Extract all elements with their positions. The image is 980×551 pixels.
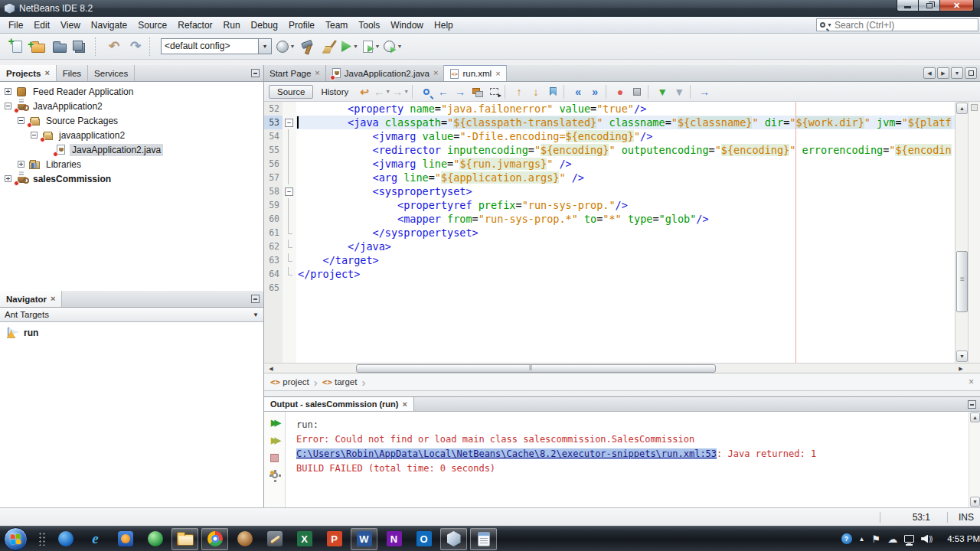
editor-tab-javaapplication2-java[interactable]: JavaApplication2.java× <box>326 65 445 81</box>
output-console[interactable]: run:Error: Could not find or load main c… <box>286 412 969 507</box>
editor-tab-run-xml[interactable]: run.xml× <box>444 65 506 81</box>
tab-projects[interactable]: Projects× <box>0 65 57 81</box>
chevron-down-icon[interactable]: ▼ <box>353 44 358 49</box>
tree-item[interactable]: JavaApplication2 <box>0 99 263 113</box>
tab-navigator[interactable]: Navigator × <box>0 291 62 307</box>
navigator-filter-dropdown[interactable]: Ant Targets ▼ <box>0 308 263 322</box>
debug-project-icon[interactable]: ▼ <box>361 37 381 57</box>
maximize-window-icon[interactable] <box>965 67 977 79</box>
code-line[interactable]: 54 <jvmarg value="-Dfile.encoding=${enco… <box>264 129 980 143</box>
scroll-tabs-right-icon[interactable]: ▶ <box>937 67 949 79</box>
menu-refactor[interactable]: Refactor <box>172 18 217 33</box>
toggle-highlight-icon[interactable] <box>469 83 485 100</box>
collapse-icon[interactable] <box>18 117 24 124</box>
expand-icon[interactable] <box>5 88 11 95</box>
navigator-item-run[interactable]: run <box>0 325 263 340</box>
fold-collapse-icon[interactable] <box>283 116 296 129</box>
scroll-down-icon[interactable]: ▼ <box>970 497 980 507</box>
toggle-bookmark-icon[interactable] <box>545 83 560 100</box>
code-line[interactable]: 60 <mapper from="run-sys-prop.*" to="*" … <box>264 212 980 226</box>
tree-item[interactable]: Feed Reader Application <box>0 84 263 99</box>
minimize-panel-button[interactable] <box>251 69 260 77</box>
taskbar-pencil-app[interactable] <box>261 528 288 550</box>
scroll-right-icon[interactable]: ▶ <box>956 364 966 373</box>
scroll-down-icon[interactable]: ▼ <box>956 350 968 362</box>
taskbar-green-globe-app[interactable] <box>142 528 168 550</box>
rerun-icon[interactable]: ▶▶ <box>266 415 283 430</box>
tab-files[interactable]: Files <box>57 65 88 81</box>
menu-source[interactable]: Source <box>132 18 172 33</box>
code-line[interactable]: 56 <jvmarg line="${run.jvmargs}" /> <box>264 157 980 171</box>
undo-icon[interactable]: ↶ <box>104 37 124 57</box>
chevron-down-icon[interactable]: ▼ <box>375 44 381 49</box>
search-input[interactable] <box>835 20 975 31</box>
tray-help-icon[interactable]: ? <box>841 533 852 544</box>
search-dropdown-icon[interactable]: ▼ <box>827 22 832 28</box>
breadcrumb-close-icon[interactable]: × <box>969 377 974 387</box>
find-previous-icon[interactable]: ← <box>436 83 451 100</box>
connect-icon[interactable]: ▼ <box>276 37 296 57</box>
menu-navigate[interactable]: Navigate <box>86 18 132 33</box>
tray-volume-icon[interactable]: )) <box>921 535 932 543</box>
menu-help[interactable]: Help <box>429 18 459 33</box>
menu-file[interactable]: File <box>3 18 28 33</box>
tab-output[interactable]: Output - salesCommission (run) × <box>264 397 414 411</box>
rerun-with-params-icon[interactable]: ▶▶ <box>266 432 283 448</box>
close-icon[interactable]: × <box>402 400 407 409</box>
code-line[interactable]: 64</project> <box>264 267 980 281</box>
shift-right-icon[interactable]: » <box>587 83 603 100</box>
close-icon[interactable]: × <box>433 69 438 77</box>
breadcrumb-item-target[interactable]: target <box>335 377 357 386</box>
collapse-icon[interactable] <box>31 132 38 139</box>
chevron-down-icon[interactable]: ▼ <box>259 38 272 54</box>
title-bar[interactable]: NetBeans IDE 8.2 ✕ <box>0 0 980 17</box>
menu-profile[interactable]: Profile <box>283 18 320 33</box>
editor-tab-start-page[interactable]: Start Page× <box>264 65 326 81</box>
minimize-panel-button[interactable] <box>968 400 976 409</box>
prev-diff-icon[interactable]: ▼ <box>671 83 687 100</box>
expand-icon[interactable] <box>18 161 24 168</box>
close-icon[interactable]: × <box>51 295 55 303</box>
output-scrollbar[interactable]: ▲ ▼ <box>969 412 980 507</box>
taskbar-browser-app[interactable] <box>231 528 258 550</box>
code-line[interactable]: 59 <propertyref prefix="run-sys-prop."/> <box>264 198 980 212</box>
taskbar-clock[interactable]: 4:53 PM <box>947 534 980 543</box>
taskbar-powerpoint[interactable]: P <box>321 528 348 550</box>
stop-macro-icon[interactable] <box>629 83 645 100</box>
scroll-left-icon[interactable]: ◀ <box>266 364 276 373</box>
scrollbar-thumb[interactable] <box>356 364 716 373</box>
fold-collapse-icon[interactable] <box>283 184 296 198</box>
start-button[interactable] <box>4 527 28 551</box>
menu-team[interactable]: Team <box>320 18 353 33</box>
minimize-panel-button[interactable] <box>251 295 260 303</box>
code-line[interactable]: 52 <property name="java.failonerror" val… <box>264 102 980 116</box>
run-project-icon[interactable]: ▼ <box>340 37 360 57</box>
tray-network-icon[interactable] <box>904 535 914 543</box>
tree-item[interactable]: Libraries <box>0 157 263 171</box>
scroll-up-icon[interactable]: ▲ <box>956 103 968 114</box>
tree-item[interactable]: salesCommission <box>0 171 263 186</box>
taskbar-word[interactable]: W <box>351 528 377 550</box>
minimize-button[interactable] <box>897 0 919 11</box>
tree-item[interactable]: javaapplication2 <box>0 128 263 142</box>
find-next-icon[interactable]: → <box>452 83 468 100</box>
save-all-icon[interactable] <box>71 37 91 57</box>
code-line[interactable]: 62 </java> <box>264 240 980 253</box>
taskbar-chrome[interactable] <box>201 528 228 550</box>
redo-icon[interactable]: ↷ <box>126 37 145 57</box>
menu-window[interactable]: Window <box>385 18 429 33</box>
quick-search[interactable]: ▼ <box>816 18 978 31</box>
close-icon[interactable]: × <box>44 69 49 77</box>
close-icon[interactable]: × <box>495 70 500 78</box>
tray-show-hidden-icons[interactable]: ▲ <box>859 536 865 543</box>
breadcrumb-item-project[interactable]: project <box>283 377 309 386</box>
close-icon[interactable]: × <box>315 69 319 77</box>
taskbar-app-blue[interactable] <box>52 528 79 550</box>
tray-action-center-icon[interactable]: ⚑ <box>872 533 881 545</box>
code-line[interactable]: 58 <syspropertyset> <box>264 184 980 198</box>
menu-tools[interactable]: Tools <box>353 18 385 33</box>
collapse-icon[interactable] <box>5 103 11 109</box>
code-line[interactable]: 53 <java classpath="${classpath-translat… <box>264 116 980 129</box>
taskbar-excel[interactable]: X <box>291 528 318 550</box>
find-selection-icon[interactable] <box>419 83 434 100</box>
